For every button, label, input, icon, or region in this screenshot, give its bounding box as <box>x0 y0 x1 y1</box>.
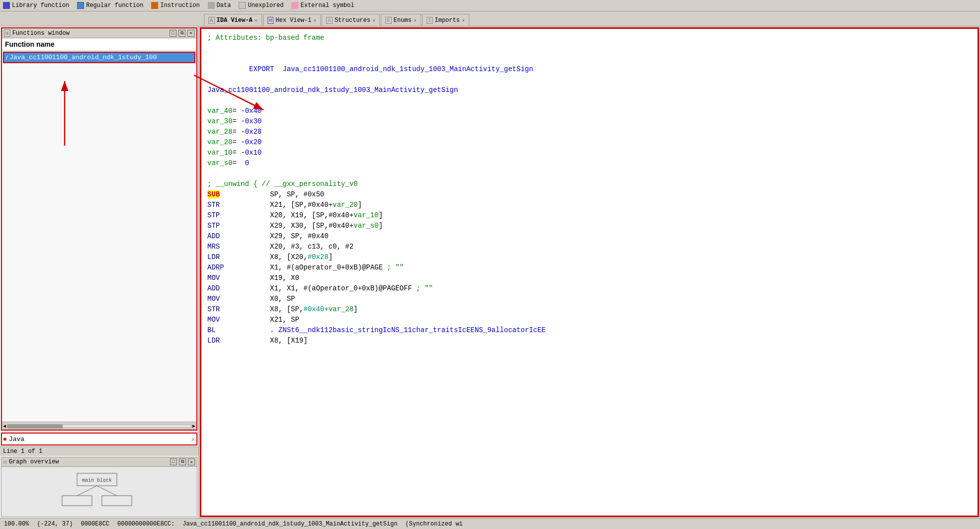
code-instr-bl: BL . ZNSt6__ndk112basic_stringIcNS_11cha… <box>207 325 972 336</box>
right-panel: ; Attributes: bp-based frame EXPORT EXPO… <box>199 26 980 518</box>
code-instr-str1: STR X21, [SP,#0x40+var_20] <box>207 200 972 210</box>
graph-title-bar: ⊟ Graph overview □ ⧉ ✕ <box>1 457 197 467</box>
code-instr-ldr2: LDR X8, [X19] <box>207 336 972 346</box>
functions-close-btn[interactable]: ✕ <box>187 30 194 37</box>
graph-restore-btn[interactable]: ⧉ <box>179 458 186 465</box>
code-instr-mov1: MOV X19, X0 <box>207 273 972 283</box>
status-sync: (Synchronized wi <box>405 521 462 528</box>
func-search-row[interactable]: 𝑓 <box>3 52 195 63</box>
functions-window-title: Functions window <box>12 30 70 37</box>
code-var-30: var_30= -0x30 <box>207 116 972 127</box>
line-info-text: Line 1 of 1 <box>3 448 42 455</box>
graph-icon: ⊟ <box>3 459 7 465</box>
tab-ida-close[interactable]: ✕ <box>255 17 258 23</box>
tab-ida-view-a[interactable]: A IDA View-A ✕ <box>204 14 262 26</box>
legend-regular-color <box>77 2 84 9</box>
legend-data-color <box>208 2 215 9</box>
code-instr-str2: STR X8, [SP,#0x40+var_28] <box>207 304 972 315</box>
tab-imports-icon: I <box>427 17 433 24</box>
tab-struct-label: Structures <box>335 17 370 24</box>
tab-structures[interactable]: A Structures ✕ <box>322 14 380 26</box>
search-input[interactable] <box>9 436 191 443</box>
code-unwind-comment: ; __unwind { // __gxx_personality_v0 <box>207 179 972 189</box>
search-bar[interactable]: ✱ ✕ <box>1 433 197 445</box>
tab-enums-close[interactable]: ✕ <box>414 17 417 23</box>
graph-minimize-btn[interactable]: □ <box>170 458 177 465</box>
code-blank-3 <box>207 169 972 179</box>
tab-struct-icon: A <box>326 17 333 24</box>
legend-regular-function: Regular function <box>77 2 143 9</box>
tab-hex-view-1[interactable]: H Hex View-1 ✕ <box>263 14 321 26</box>
code-var-20: var_20= -0x20 <box>207 137 972 148</box>
tab-ida-icon: A <box>208 17 215 24</box>
svg-text:main block: main block <box>82 478 111 483</box>
svg-line-3 <box>97 486 117 496</box>
code-instr-ldr: LDR X8, [X20,#0x28] <box>207 252 972 263</box>
scroll-right-btn[interactable]: ▶ <box>192 423 195 429</box>
legend-external-symbol: External symbol <box>291 2 354 9</box>
graph-title: Graph overview <box>9 458 59 465</box>
tab-hex-label: Hex View-1 <box>275 17 311 24</box>
legend-regular-label: Regular function <box>86 2 143 9</box>
graph-content: main block <box>1 467 197 517</box>
status-coords: (-224, 37) <box>37 521 73 528</box>
graph-win-controls: □ ⧉ ✕ <box>170 458 195 465</box>
functions-title-bar: ⊞ Functions window □ ⧉ ✕ <box>2 28 196 38</box>
line-info: Line 1 of 1 <box>0 446 198 456</box>
functions-icon: ⊞ <box>4 29 10 37</box>
scroll-track-h[interactable] <box>7 424 191 428</box>
code-instr-mov2: MOV X0, SP <box>207 294 972 304</box>
code-blank-1 <box>207 43 972 54</box>
code-instr-mov3: MOV X21, SP <box>207 315 972 325</box>
legend-instruction-label: Instruction <box>160 2 199 9</box>
legend-bar: Library function Regular function Instru… <box>0 0 980 11</box>
graph-close-btn[interactable]: ✕ <box>188 458 195 465</box>
tab-imports-close[interactable]: ✕ <box>462 17 465 23</box>
legend-instruction: Instruction <box>151 2 199 9</box>
code-var-40: var_40= -0x40 <box>207 106 972 116</box>
func-search-input[interactable] <box>9 54 193 61</box>
tab-enums[interactable]: E Enums ✕ <box>381 14 421 26</box>
svg-line-2 <box>77 486 97 496</box>
main-area: ⊞ Functions window □ ⧉ ✕ Function name 𝑓 <box>0 26 980 518</box>
tab-bar: A IDA View-A ✕ H Hex View-1 ✕ A Structur… <box>0 11 980 26</box>
scroll-left-btn[interactable]: ◀ <box>3 423 6 429</box>
legend-unexplored-color <box>239 2 246 9</box>
code-view[interactable]: ; Attributes: bp-based frame EXPORT EXPO… <box>200 27 979 517</box>
search-asterisk: ✱ <box>3 435 7 443</box>
search-clear-btn[interactable]: ✕ <box>191 435 195 443</box>
tab-imports[interactable]: I Imports ✕ <box>422 14 469 26</box>
svg-rect-5 <box>102 496 132 506</box>
status-zoom: 100.00% <box>4 521 29 528</box>
svg-rect-4 <box>62 496 92 506</box>
code-export-line: EXPORT EXPORT Java_cc11001100_android_nd… <box>207 54 972 85</box>
legend-unexplored: Unexplored <box>239 2 283 9</box>
function-name-label: Function name <box>5 40 55 48</box>
legend-data: Data <box>208 2 231 9</box>
func-list-area[interactable] <box>2 64 196 422</box>
tab-hex-close[interactable]: ✕ <box>313 17 316 23</box>
legend-external-color <box>291 2 298 9</box>
code-var-s0: var_s0= 0 <box>207 158 972 169</box>
code-instr-add1: ADD X29, SP, #0x40 <box>207 231 972 242</box>
legend-data-label: Data <box>217 2 231 9</box>
func-header: Function name <box>2 38 196 51</box>
legend-external-label: External symbol <box>300 2 354 9</box>
legend-library-function: Library function <box>3 2 69 9</box>
code-instr-sub: SUB SP, SP, #0x50 <box>207 189 972 200</box>
functions-scrollbar[interactable]: ◀ ▶ <box>2 422 196 430</box>
code-instr-add2: ADD X1, X1, #(aOperator_0+0xB)@PAGEOFF ;… <box>207 283 972 294</box>
code-instr-adrp: ADRP X1, #(aOperator_0+0xB)@PAGE ; "" <box>207 263 972 273</box>
functions-minimize-btn[interactable]: □ <box>170 30 177 37</box>
functions-win-controls: □ ⧉ ✕ <box>170 30 194 37</box>
scroll-thumb-h[interactable] <box>7 425 63 429</box>
code-func-label: Java_cc11001100_android_ndk_1study_1003_… <box>207 85 972 95</box>
graph-overview-window: ⊟ Graph overview □ ⧉ ✕ main block <box>1 457 197 517</box>
legend-unexplored-label: Unexplored <box>248 2 283 9</box>
functions-window: ⊞ Functions window □ ⧉ ✕ Function name 𝑓 <box>1 27 197 431</box>
code-instr-stp1: STP X20, X19, [SP,#0x40+var_10] <box>207 210 972 221</box>
func-search-icon: 𝑓 <box>5 55 7 61</box>
functions-restore-btn[interactable]: ⧉ <box>178 30 185 37</box>
tab-struct-close[interactable]: ✕ <box>372 17 375 23</box>
code-var-10: var_10= -0x10 <box>207 148 972 158</box>
